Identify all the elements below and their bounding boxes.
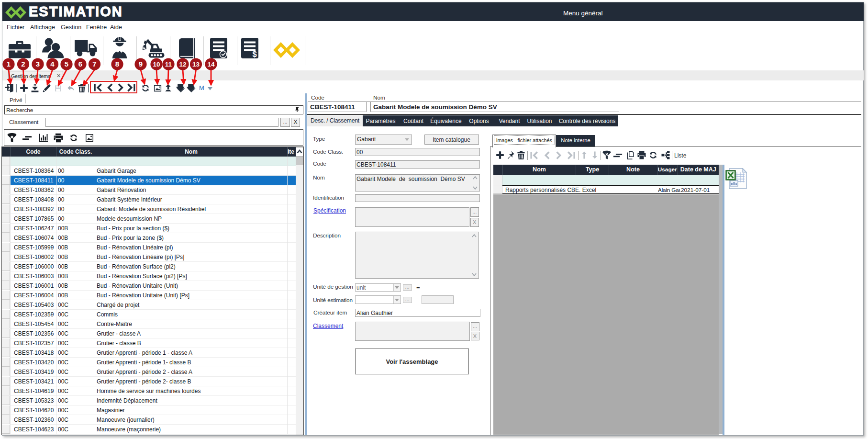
svg-text:11: 11 — [165, 61, 172, 68]
svg-text:2: 2 — [21, 60, 25, 68]
svg-text:7: 7 — [92, 60, 96, 68]
svg-text:13: 13 — [192, 61, 200, 68]
svg-text:9: 9 — [139, 60, 143, 68]
svg-text:12: 12 — [179, 61, 186, 68]
svg-text:6: 6 — [78, 60, 82, 68]
svg-text:14: 14 — [207, 61, 215, 68]
svg-text:10: 10 — [153, 61, 160, 68]
svg-text:8: 8 — [115, 60, 119, 68]
svg-text:1: 1 — [7, 60, 11, 68]
svg-text:4: 4 — [50, 60, 55, 68]
svg-text:3: 3 — [36, 60, 40, 68]
svg-text:5: 5 — [65, 60, 68, 68]
